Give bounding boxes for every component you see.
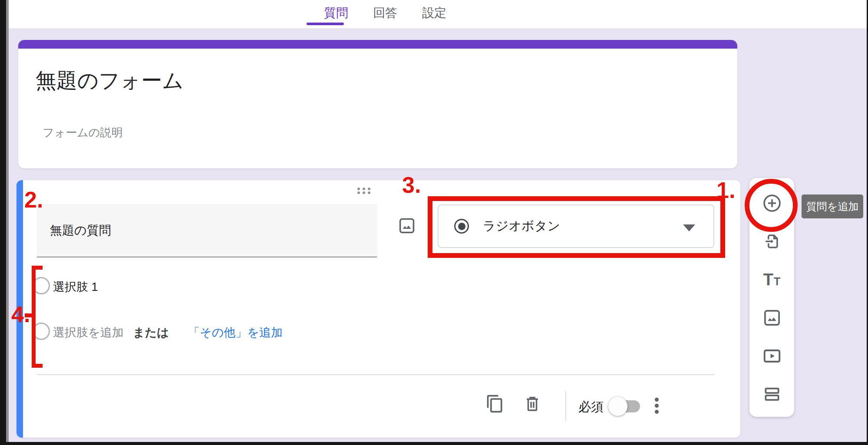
active-tab-indicator <box>307 23 344 25</box>
add-section-icon[interactable] <box>762 384 782 405</box>
trash-icon[interactable] <box>523 394 542 413</box>
form-title-card: 無題のフォーム フォームの説明 <box>18 40 737 168</box>
bottom-edge-bar <box>0 442 868 445</box>
tooltip-text: 質問を追加 <box>806 200 859 214</box>
add-other-link[interactable]: 「その他」を追加 <box>188 325 283 340</box>
duplicate-icon[interactable] <box>485 394 505 413</box>
annotation-number-3: 3. <box>402 174 421 196</box>
question-title-text: 無題の質問 <box>50 222 111 239</box>
top-tab-bar: 質問 回答 設定 <box>9 0 867 28</box>
annotation-number-2: 2. <box>24 188 43 211</box>
option-label[interactable]: 選択肢 1 <box>53 279 98 295</box>
left-edge-line <box>6 0 9 445</box>
tab-questions[interactable]: 質問 <box>324 4 348 22</box>
annotation-bracket-bottom <box>32 364 43 368</box>
google-forms-editor: 質問 回答 設定 無題のフォーム フォームの説明 無題の質問 ラジオボタン <box>0 0 868 445</box>
add-image-icon[interactable] <box>762 307 782 328</box>
required-label: 必須 <box>578 399 604 416</box>
left-edge-bar <box>0 0 6 445</box>
add-option-link[interactable]: 選択肢を追加 <box>53 325 124 340</box>
add-video-icon[interactable] <box>762 346 782 366</box>
or-text: または <box>133 325 169 340</box>
add-title-icon[interactable]: TT <box>762 269 782 290</box>
annotation-bracket-middle <box>25 313 32 317</box>
footer-separator <box>565 391 566 421</box>
import-questions-icon[interactable] <box>762 231 782 252</box>
required-toggle-knob[interactable] <box>608 397 627 416</box>
annotation-circle-step1 <box>745 179 798 232</box>
annotation-bracket-step4 <box>32 266 36 368</box>
drag-handle-icon[interactable] <box>356 187 372 194</box>
annotation-bracket-top <box>32 266 43 270</box>
question-title-input[interactable]: 無題の質問 <box>37 204 377 257</box>
annotation-box-step3 <box>428 196 725 258</box>
add-question-tooltip: 質問を追加 <box>802 194 863 218</box>
form-description-input[interactable]: フォームの説明 <box>43 125 122 140</box>
annotation-number-1: 1. <box>716 179 735 201</box>
image-icon[interactable] <box>398 217 416 235</box>
more-vert-icon[interactable] <box>655 398 659 416</box>
theme-accent-bar <box>18 40 737 49</box>
form-title-input[interactable]: 無題のフォーム <box>36 67 184 95</box>
tab-responses[interactable]: 回答 <box>373 4 397 22</box>
form-tabs: 質問 回答 設定 <box>324 4 446 22</box>
footer-divider <box>37 374 714 375</box>
tab-settings[interactable]: 設定 <box>422 4 446 22</box>
